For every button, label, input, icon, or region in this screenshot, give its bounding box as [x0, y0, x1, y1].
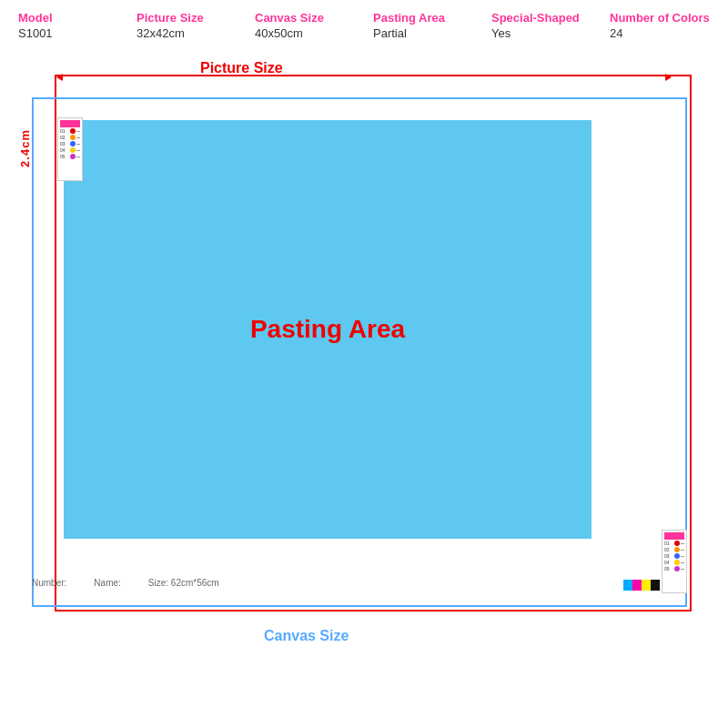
header-value: 24 [610, 26, 710, 40]
bottom-name: Name: [94, 578, 120, 588]
header-label: Special-Shaped [491, 11, 582, 25]
bottom-size: Size: 62cm*56cm [148, 578, 219, 588]
header-col-pasting-area: Pasting AreaPartial [373, 11, 464, 40]
bottom-info-strip: Number: Name: Size: 62cm*56cm [32, 574, 596, 591]
header-info-row: ModelS1001Picture Size32x42cmCanvas Size… [0, 0, 728, 47]
color-strip-top-left: 01 02 03 04 05 [57, 117, 83, 181]
header-label: Picture Size [136, 11, 228, 25]
header-label: Canvas Size [255, 11, 346, 25]
color-strip-bottom-right: 01 02 03 04 05 [662, 530, 687, 593]
picture-size-label: Picture Size [200, 60, 283, 76]
header-col-model: ModelS1001 [18, 11, 109, 40]
header-value: 40x50cm [255, 26, 346, 40]
header-col-special-shaped: Special-ShapedYes [491, 11, 582, 40]
header-label: Pasting Area [373, 11, 464, 25]
header-value: Yes [491, 26, 582, 40]
header-col-picture-size: Picture Size32x42cm [136, 11, 228, 40]
diagram-area: Picture Size 2.4cm Canvas Size Pasting A… [18, 47, 710, 648]
header-value: Partial [373, 26, 464, 40]
header-col-canvas-size: Canvas Size40x50cm [255, 11, 346, 40]
picture-size-arrow-left [56, 74, 63, 81]
header-value: S1001 [18, 26, 109, 40]
pasting-area-label: Pasting Area [250, 315, 405, 344]
picture-size-arrow-right [665, 74, 672, 81]
cmyk-cyan [623, 580, 632, 591]
cmyk-black [651, 580, 660, 591]
header-label: Number of Colors [610, 11, 710, 25]
bottom-number: Number: [32, 578, 66, 588]
canvas-size-label: Canvas Size [264, 628, 349, 644]
vertical-dimension-label: 2.4cm [18, 129, 32, 167]
header-label: Model [18, 11, 109, 25]
cmyk-yellow [642, 580, 651, 591]
pasting-area-box: Pasting Area [64, 120, 592, 539]
cmyk-magenta [632, 580, 642, 591]
cmyk-color-bar [623, 580, 660, 591]
header-value: 32x42cm [136, 26, 228, 40]
header-col-number-of-colors: Number of Colors24 [610, 11, 710, 40]
